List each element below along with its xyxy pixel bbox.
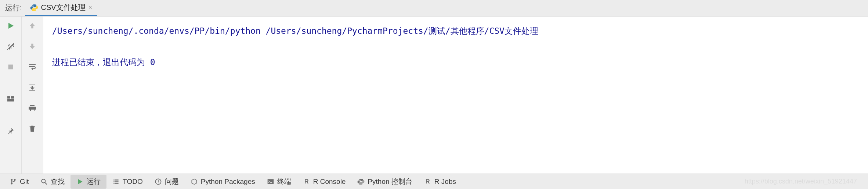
tool-todo[interactable]: TODO [106,175,149,188]
r-icon: R [424,178,431,185]
packages-icon [191,178,198,185]
git-branch-icon [10,178,17,185]
arrow-up-button[interactable] [26,20,39,31]
left-toolbar-primary [0,17,22,174]
tool-problems[interactable]: 问题 [149,175,185,189]
console-line: 进程已结束，退出代码为 0 [52,57,155,67]
svg-rect-6 [267,179,274,184]
trash-button[interactable] [26,123,39,134]
search-icon [40,178,48,185]
tool-label: R Jobs [434,178,456,186]
toolbar-divider [4,83,17,83]
tool-r-console[interactable]: R R Console [297,175,352,188]
arrow-down-button[interactable] [26,41,39,52]
play-icon [76,178,84,185]
rerun-button[interactable] [4,20,17,31]
console-line: /Users/suncheng/.conda/envs/PP/bin/pytho… [52,26,538,36]
problems-icon [155,178,162,185]
tool-label: Python 控制台 [368,177,412,186]
svg-rect-5 [158,182,159,183]
todo-icon [112,178,120,185]
soft-wrap-button[interactable] [26,61,39,72]
pin-button[interactable] [4,125,17,136]
tool-label: Git [20,178,29,186]
tool-python-console[interactable]: Python 控制台 [351,175,418,189]
tool-find[interactable]: 查找 [35,175,70,189]
tool-run[interactable]: 运行 [70,175,106,189]
svg-point-1 [42,179,46,183]
run-label: 运行: [4,0,25,16]
tool-git[interactable]: Git [4,175,35,188]
scroll-to-end-button[interactable] [26,82,39,93]
tool-label: TODO [123,178,143,186]
run-config-tab[interactable]: CSV文件处理 × [25,0,98,16]
watermark: https://blog.csdn.net/weixin_51921447 [745,178,864,185]
debug-button[interactable] [4,41,17,52]
tool-label: Python Packages [201,178,255,186]
python-file-icon [30,4,38,12]
svg-rect-4 [158,180,159,182]
print-button[interactable] [26,103,39,114]
tool-label: R Console [313,178,346,186]
tab-title: CSV文件处理 [41,3,86,13]
console-area: /Users/suncheng/.conda/envs/PP/bin/pytho… [0,16,868,174]
tool-r-jobs[interactable]: R R Jobs [418,175,462,188]
layout-button[interactable] [4,93,17,104]
tool-label: 问题 [165,177,179,186]
run-tool-window-header: 运行: CSV文件处理 × [0,0,868,16]
svg-line-2 [45,182,47,184]
tool-python-packages[interactable]: Python Packages [185,175,261,188]
tool-label: 查找 [51,177,65,186]
r-icon: R [303,178,310,185]
close-icon[interactable]: × [88,4,93,11]
stop-button[interactable] [4,61,17,72]
tool-terminal[interactable]: 终端 [261,175,297,189]
left-toolbar-secondary [22,17,43,174]
tool-window-bar: Git 查找 运行 TODO 问题 Python Packages [0,174,868,189]
svg-rect-0 [8,65,13,69]
terminal-icon [267,178,274,185]
python-icon [357,178,365,185]
console-output[interactable]: /Users/suncheng/.conda/envs/PP/bin/pytho… [43,17,868,174]
tool-label: 运行 [87,177,101,186]
tool-label: 终端 [277,177,291,186]
toolbar-divider [4,115,17,115]
